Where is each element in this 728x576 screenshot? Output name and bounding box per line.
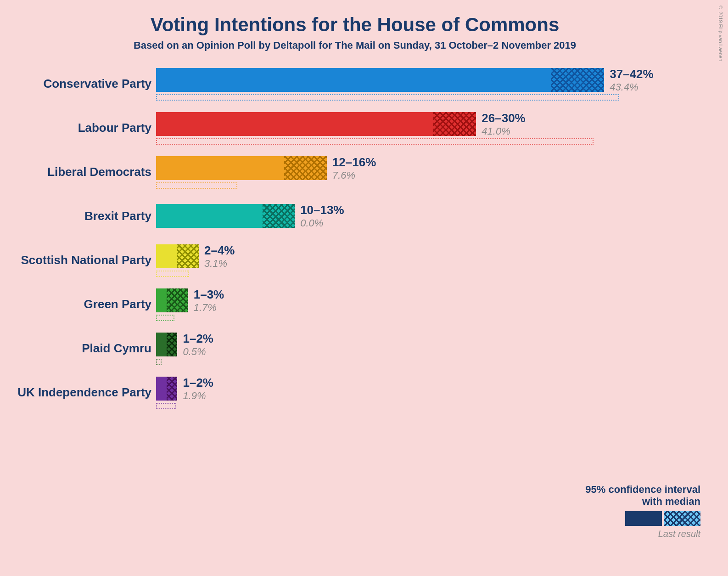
- value-label-4: 2–4%3.1%: [204, 243, 235, 270]
- bar-row-brexit-party: Brexit Party10–13%0.0%: [156, 198, 645, 234]
- solid-bar-7: [156, 377, 167, 401]
- last-result-bar-6: [156, 359, 645, 365]
- bar-group-4: 2–4%3.1%: [156, 243, 645, 277]
- value-label-5: 1–3%1.7%: [194, 288, 224, 314]
- bar-group-1: 26–30%41.0%: [156, 111, 645, 145]
- party-label-1: Labour Party: [9, 121, 151, 135]
- chart-subtitle: Based on an Opinion Poll by Deltapoll fo…: [9, 40, 700, 51]
- last-result-bar-2: [156, 182, 645, 189]
- value-label-6: 1–2%0.5%: [183, 332, 213, 358]
- bar-group-7: 1–2%1.9%: [156, 375, 645, 409]
- legend-solid-box: [625, 511, 662, 526]
- hatched-bar-6: [167, 333, 177, 356]
- solid-bar-2: [156, 156, 284, 180]
- bar-group-6: 1–2%0.5%: [156, 331, 645, 365]
- main-bar-wrapper-6: 1–2%0.5%: [156, 331, 645, 358]
- bar-row-liberal-democrats: Liberal Democrats12–16%7.6%: [156, 153, 645, 190]
- bar-row-conservative-party: Conservative Party37–42%43.4%: [156, 65, 645, 102]
- legend-hatch-box: [664, 511, 700, 526]
- last-result-bar-4: [156, 271, 645, 277]
- hatched-bar-3: [263, 204, 295, 228]
- value-label-2: 12–16%7.6%: [332, 155, 376, 181]
- main-bar-wrapper-5: 1–3%1.7%: [156, 287, 645, 314]
- main-bar-wrapper-0: 37–42%43.4%: [156, 67, 645, 93]
- value-label-3: 10–13%0.0%: [300, 203, 344, 229]
- party-label-2: Liberal Democrats: [9, 165, 151, 179]
- solid-bar-6: [156, 333, 167, 356]
- bar-row-labour-party: Labour Party26–30%41.0%: [156, 109, 645, 146]
- last-result-bar-1: [156, 138, 645, 145]
- hatched-bar-1: [433, 112, 476, 136]
- main-bar-wrapper-2: 12–16%7.6%: [156, 155, 645, 181]
- chart-container: © 2019 Filip van Laenen Voting Intention…: [0, 0, 728, 576]
- party-label-7: UK Independence Party: [9, 385, 151, 400]
- main-bar-wrapper-3: 10–13%0.0%: [156, 203, 645, 229]
- legend-confidence-row: [585, 511, 700, 526]
- bar-group-2: 12–16%7.6%: [156, 155, 645, 189]
- hatched-bar-0: [551, 68, 604, 92]
- party-label-4: Scottish National Party: [9, 253, 151, 267]
- hatched-bar-5: [167, 288, 188, 312]
- solid-bar-5: [156, 288, 167, 312]
- main-bar-wrapper-1: 26–30%41.0%: [156, 111, 645, 137]
- bar-row-green-party: Green Party1–3%1.7%: [156, 286, 645, 322]
- value-label-1: 26–30%41.0%: [482, 111, 525, 137]
- bar-row-uk-independence-party: UK Independence Party1–2%1.9%: [156, 374, 645, 411]
- party-label-6: Plaid Cymru: [9, 341, 151, 356]
- bars-area: Conservative Party37–42%43.4%Labour Part…: [156, 65, 645, 411]
- copyright-text: © 2019 Filip van Laenen: [718, 5, 723, 61]
- main-bar-wrapper-4: 2–4%3.1%: [156, 243, 645, 270]
- legend-last-result-label: Last result: [585, 529, 700, 539]
- bar-group-0: 37–42%43.4%: [156, 67, 645, 101]
- value-label-0: 37–42%43.4%: [610, 67, 653, 93]
- legend-confidence-title: 95% confidence interval with median: [585, 484, 700, 508]
- solid-bar-4: [156, 244, 177, 268]
- last-result-bar-5: [156, 315, 645, 321]
- party-label-0: Conservative Party: [9, 77, 151, 91]
- main-bar-wrapper-7: 1–2%1.9%: [156, 375, 645, 402]
- hatched-bar-2: [284, 156, 327, 180]
- bar-group-5: 1–3%1.7%: [156, 287, 645, 321]
- chart-title: Voting Intentions for the House of Commo…: [9, 14, 700, 36]
- last-result-bar-0: [156, 94, 645, 101]
- last-result-bar-7: [156, 403, 645, 409]
- legend-box: 95% confidence interval with median Last…: [585, 484, 700, 539]
- hatched-bar-7: [167, 377, 177, 401]
- solid-bar-3: [156, 204, 263, 228]
- value-label-7: 1–2%1.9%: [183, 376, 213, 402]
- solid-bar-1: [156, 112, 433, 136]
- bar-group-3: 10–13%0.0%: [156, 203, 645, 229]
- bar-row-plaid-cymru: Plaid Cymru1–2%0.5%: [156, 330, 645, 367]
- party-label-5: Green Party: [9, 297, 151, 311]
- bar-row-scottish-national-party: Scottish National Party2–4%3.1%: [156, 242, 645, 278]
- hatched-bar-4: [177, 244, 198, 268]
- party-label-3: Brexit Party: [9, 209, 151, 223]
- solid-bar-0: [156, 68, 551, 92]
